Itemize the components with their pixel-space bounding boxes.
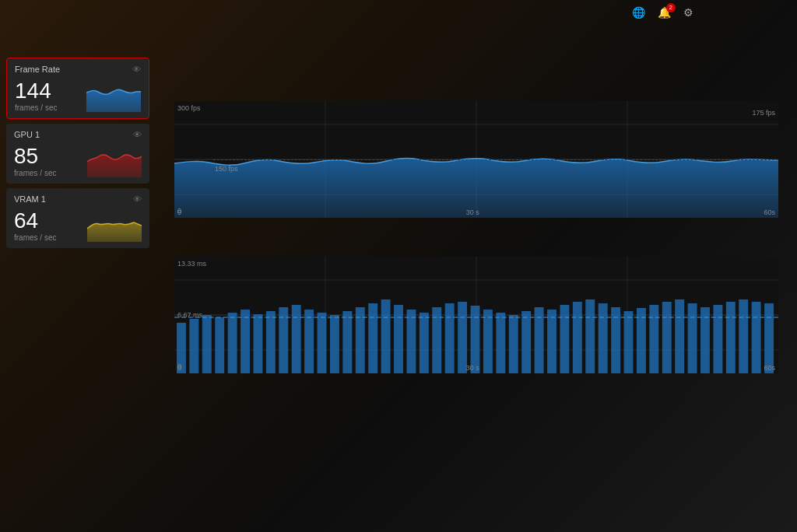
svg-rect-20 (177, 323, 186, 373)
svg-rect-63 (726, 302, 736, 373)
metric-title-frame-rate: Frame Rate (15, 65, 60, 74)
metric-value-vram1: 64 (14, 210, 56, 232)
svg-rect-31 (318, 313, 327, 373)
metric-unit-vram1: frames / sec (14, 233, 56, 242)
svg-rect-33 (342, 311, 352, 373)
metric-card-vram1[interactable]: VRAM 1 👁 64 frames / sec (6, 188, 149, 248)
metric-value-gpu1: 85 (14, 145, 56, 167)
svg-rect-37 (394, 305, 403, 373)
metric-card-header-vram1: VRAM 1 👁 (14, 194, 142, 204)
mini-chart-vram1 (87, 207, 142, 242)
mini-chart-frame-rate (86, 77, 141, 112)
svg-rect-51 (573, 302, 582, 373)
fps-y-mid: 150 fps (215, 165, 238, 173)
svg-rect-55 (624, 311, 634, 373)
svg-rect-29 (292, 305, 301, 373)
eye-icon-frame-rate[interactable]: 👁 (132, 65, 141, 74)
svg-rect-23 (215, 317, 224, 373)
metric-card-header-gpu1: GPU 1 👁 (14, 130, 142, 139)
svg-rect-41 (445, 303, 455, 373)
metric-unit-gpu1: frames / sec (14, 169, 56, 177)
metric-card-body-gpu1: 85 frames / sec (14, 142, 142, 177)
svg-rect-57 (649, 305, 658, 373)
metric-title-vram1: VRAM 1 (14, 194, 46, 204)
svg-rect-30 (304, 310, 314, 373)
svg-rect-25 (241, 310, 250, 373)
fps-right-label: 175 fps (752, 104, 775, 118)
svg-rect-66 (764, 303, 774, 373)
svg-rect-21 (189, 319, 198, 373)
svg-rect-38 (406, 310, 416, 373)
svg-rect-59 (675, 299, 684, 373)
svg-rect-56 (637, 308, 646, 373)
svg-rect-64 (739, 299, 748, 373)
svg-rect-26 (253, 314, 262, 373)
metric-card-frame-rate[interactable]: Frame Rate 👁 144 frames / sec (6, 58, 149, 119)
eye-icon-vram1[interactable]: 👁 (133, 194, 142, 204)
metric-unit-frame-rate: frames / sec (15, 103, 57, 112)
svg-rect-44 (483, 310, 493, 373)
svg-rect-45 (496, 313, 505, 373)
frametime-svg-chart (174, 257, 778, 373)
svg-rect-47 (521, 311, 531, 373)
svg-rect-36 (381, 299, 391, 373)
svg-rect-22 (202, 315, 212, 373)
svg-rect-53 (599, 303, 608, 373)
frametime-chart-area: 13.33 ms 6.67 ms 0 (174, 257, 778, 373)
svg-rect-62 (713, 305, 722, 373)
svg-rect-42 (458, 302, 467, 373)
svg-rect-58 (662, 302, 672, 373)
notification-icon[interactable]: 🔔 2 (655, 5, 674, 20)
svg-rect-43 (471, 306, 480, 373)
svg-rect-24 (228, 313, 237, 373)
svg-rect-35 (368, 303, 377, 373)
fps-mid-line: 150 fps (213, 159, 778, 174)
metric-value-frame-rate: 144 (15, 80, 57, 102)
svg-rect-32 (330, 315, 339, 373)
metric-card-body-vram1: 64 frames / sec (14, 207, 142, 242)
svg-rect-60 (688, 303, 697, 373)
svg-rect-49 (547, 310, 556, 373)
app-container: A Home Gaming Streaming Performance 🔍 🌐 … (0, 0, 797, 532)
svg-rect-46 (509, 315, 518, 373)
svg-rect-39 (420, 313, 429, 373)
metric-title-gpu1: GPU 1 (14, 130, 40, 139)
svg-rect-52 (585, 299, 595, 373)
svg-rect-65 (752, 302, 761, 373)
svg-rect-50 (560, 305, 569, 373)
metric-card-body-frame-rate: 144 frames / sec (15, 77, 141, 112)
metric-card-gpu1[interactable]: GPU 1 👁 85 frames / sec (6, 124, 149, 184)
svg-rect-27 (266, 311, 276, 373)
settings-icon[interactable]: ⚙ (680, 5, 697, 20)
fps-chart-area: 300 fps 0 175 fps 150 fps (174, 101, 778, 218)
eye-icon-gpu1[interactable]: 👁 (133, 130, 142, 139)
globe-icon[interactable]: 🌐 (629, 5, 648, 20)
notification-badge: 2 (666, 3, 676, 12)
mini-chart-gpu1 (87, 142, 142, 177)
metric-card-header: Frame Rate 👁 (15, 65, 141, 74)
